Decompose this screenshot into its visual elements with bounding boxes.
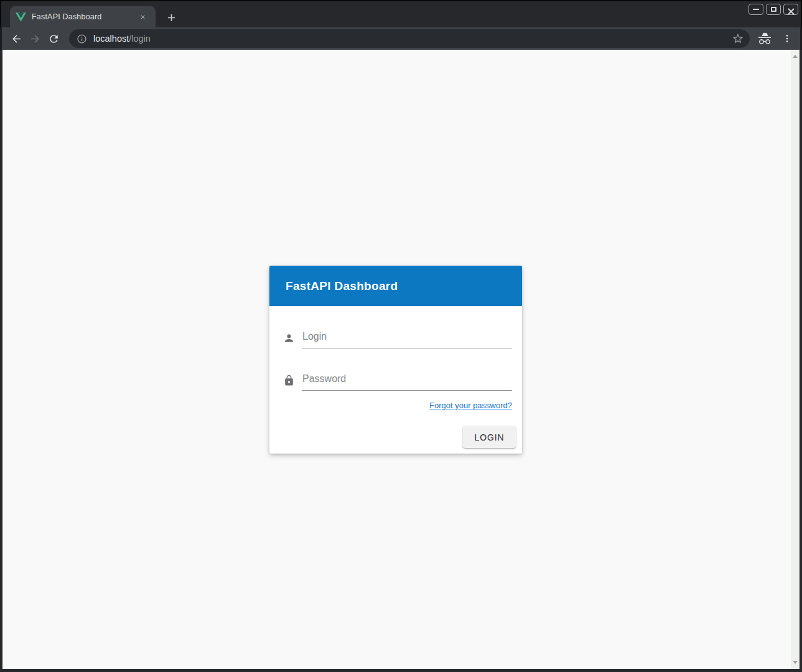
forgot-password-row: Forgot your password? (283, 399, 512, 411)
vue-logo-icon (16, 12, 26, 22)
browser-tab[interactable]: FastAPI Dashboard (10, 6, 156, 27)
tab-title: FastAPI Dashboard (32, 12, 137, 21)
site-info-icon[interactable] (77, 34, 87, 44)
tab-close-icon[interactable] (137, 11, 148, 22)
password-input[interactable] (302, 373, 512, 391)
login-card-body: Forgot your password? LOGIN (269, 306, 522, 454)
lock-icon (283, 375, 295, 386)
refresh-button[interactable] (44, 29, 63, 48)
address-bar[interactable]: localhost/login (69, 29, 750, 48)
vertical-dots-icon (782, 34, 792, 44)
url-host: localhost (93, 34, 129, 44)
bookmark-star-icon[interactable] (732, 32, 744, 45)
login-input[interactable] (302, 331, 512, 348)
forgot-password-link[interactable]: Forgot your password? (429, 401, 512, 410)
browser-menu-button[interactable] (781, 32, 793, 45)
back-button[interactable] (7, 29, 26, 48)
page-scrollbar[interactable] (791, 50, 800, 669)
arrow-back-icon (11, 33, 22, 45)
new-tab-button[interactable] (164, 11, 178, 24)
scroll-up-icon[interactable] (793, 55, 798, 58)
password-field-row (283, 373, 512, 391)
url-path: /login (129, 34, 151, 44)
login-card-title: FastAPI Dashboard (286, 279, 398, 293)
plus-icon (166, 12, 177, 24)
arrow-forward-icon (29, 33, 41, 45)
scroll-down-icon[interactable] (793, 661, 798, 664)
person-icon (283, 332, 295, 344)
maximize-button[interactable] (766, 4, 781, 15)
refresh-icon (48, 33, 60, 45)
maximize-icon (771, 7, 776, 12)
incognito-icon (757, 31, 772, 46)
window-controls (748, 4, 798, 15)
card-actions: LOGIN (283, 426, 512, 448)
forward-button[interactable] (26, 29, 44, 48)
browser-toolbar: localhost/login (0, 27, 802, 50)
login-button[interactable]: LOGIN (463, 426, 516, 448)
login-card-header: FastAPI Dashboard (269, 266, 522, 306)
login-field-row (283, 330, 512, 349)
titlebar: FastAPI Dashboard (0, 0, 802, 27)
url-text: localhost/login (93, 34, 732, 44)
close-button[interactable] (783, 4, 798, 15)
close-icon (788, 6, 795, 13)
minimize-icon (753, 9, 759, 10)
login-card: FastAPI Dashboard Forgot your password? (269, 266, 522, 454)
minimize-button[interactable] (748, 4, 763, 15)
browser-window: FastAPI Dashboard (0, 0, 802, 672)
page-viewport: FastAPI Dashboard Forgot your password? (2, 50, 800, 669)
